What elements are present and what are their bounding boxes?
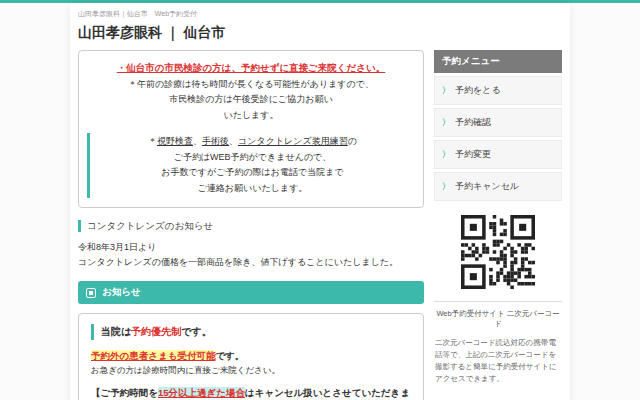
contact-lens-notice-date: 令和8年3月1日より: [78, 240, 424, 254]
chevron-right-icon: 〉: [442, 149, 450, 160]
page-title: 山田孝彦眼科 ｜ 仙台市: [78, 24, 562, 42]
reservation-menu-title: 予約メニュー: [434, 50, 562, 73]
late-cancel-policy-line: 【ご予約時間を15分以上過ぎた場合はキャンセル扱いとさせていただきます。: [91, 386, 411, 400]
menu-item-label: 予約確認: [455, 116, 491, 129]
qr-code-section: Web予約受付サイト 二次元バーコード 二次元バーコード読込対応の携帯電話等で、…: [434, 215, 562, 385]
chevron-right-icon: 〉: [442, 117, 450, 128]
content-column: ・仙台市の市民検診の方は、予約せずに直接ご来院ください。 ＊午前の診療は待ち時間…: [78, 50, 424, 400]
breadcrumb: 山田孝彦眼科｜仙台市 Web予約受付: [78, 7, 562, 22]
notice-sub-line-2: 市民検診の方は午後受診にご協力お願い: [87, 92, 415, 108]
priority-system-line: 当院は予約優先制です。: [91, 324, 411, 340]
menu-item-confirm-reservation[interactable]: 〉 予約確認: [434, 108, 562, 137]
contact-lens-notice-body: コンタクトレンズの価格を一部商品を除き、値下げすることにいたしました。: [78, 255, 424, 269]
page-container: 山田孝彦眼科｜仙台市 Web予約受付 山田孝彦眼科 ｜ 仙台市 ・仙台市の市民検…: [70, 3, 570, 400]
chevron-right-icon: 〉: [442, 85, 450, 96]
notice-sub-line-1: ＊午前の診療は待ち時間が長くなる可能性がありますので、: [87, 77, 415, 93]
chevron-right-icon: 〉: [442, 181, 450, 192]
main-area: ・仙台市の市民検診の方は、予約せずに直接ご来院ください。 ＊午前の診療は待ち時間…: [78, 50, 562, 400]
qr-code-image: [461, 215, 535, 289]
announcements-section-header: お知らせ: [78, 281, 424, 304]
contact-lens-notice-heading: コンタクトレンズのお知らせ: [78, 220, 424, 232]
notice-sub-line-3: いたします。: [87, 108, 415, 124]
announcements-header-label: お知らせ: [102, 286, 141, 299]
menu-item-label: 予約変更: [455, 148, 491, 161]
web-reservation-restriction-note: ＊視野検査、手術後、コンタクトレンズ装用練習の ご予約はWEB予約ができませんの…: [87, 133, 415, 198]
web-note-line-3: お手数ですがご予約の際はお電話で当院まで: [90, 165, 415, 181]
web-note-line-4: ご連絡お願いいたします。: [90, 181, 415, 197]
reservation-menu-sidebar: 予約メニュー 〉 予約をとる 〉 予約確認 〉 予約変更 〉 予約キャンセル W…: [434, 50, 562, 400]
menu-item-label: 予約キャンセル: [455, 180, 519, 193]
qr-code-caption: Web予約受付サイト 二次元バーコード: [434, 301, 562, 331]
menu-item-make-reservation[interactable]: 〉 予約をとる: [434, 76, 562, 105]
announcements-box: 当院は予約優先制です。 予約外の患者さまも受付可能です。 お急ぎの方は診療時間内…: [78, 313, 424, 400]
clinic-notice-box: ・仙台市の市民検診の方は、予約せずに直接ご来院ください。 ＊午前の診療は待ち時間…: [78, 50, 424, 208]
web-note-line-1: ＊視野検査、手術後、コンタクトレンズ装用練習の: [90, 134, 415, 150]
menu-item-change-reservation[interactable]: 〉 予約変更: [434, 140, 562, 169]
web-note-line-2: ご予約はWEB予約ができませんので、: [90, 150, 415, 166]
announcement-icon: [86, 288, 96, 298]
urgent-visit-line: お急ぎの方は診療時間内に直接ご来院ください。: [91, 364, 411, 377]
qr-code-description: 二次元バーコード読込対応の携帯電話等で、上記の二次元バーコードを撮影すると簡単に…: [434, 337, 562, 385]
citizen-checkup-notice: ・仙台市の市民検診の方は、予約せずに直接ご来院ください。: [87, 60, 415, 77]
walkin-accepted-line: 予約外の患者さまも受付可能です。: [91, 349, 411, 364]
menu-item-cancel-reservation[interactable]: 〉 予約キャンセル: [434, 172, 562, 201]
menu-item-label: 予約をとる: [455, 84, 501, 97]
